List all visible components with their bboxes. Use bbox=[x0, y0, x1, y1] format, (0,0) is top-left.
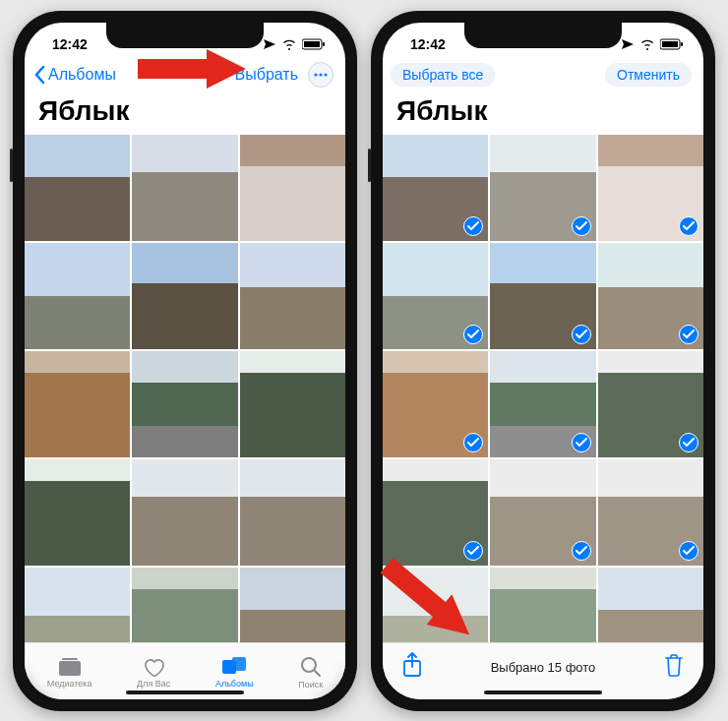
library-icon bbox=[58, 657, 82, 677]
selection-check-icon bbox=[679, 325, 698, 344]
airplane-icon bbox=[621, 38, 635, 50]
selection-status: Выбрано 15 фото bbox=[491, 660, 596, 675]
photo-thumbnail[interactable] bbox=[490, 459, 595, 566]
home-indicator[interactable] bbox=[126, 691, 244, 694]
photo-grid[interactable] bbox=[25, 135, 345, 642]
cancel-button[interactable]: Отменить bbox=[605, 63, 692, 87]
photo-thumbnail[interactable] bbox=[25, 459, 130, 566]
wifi-icon bbox=[639, 38, 655, 50]
nav-bar: Выбрать все Отменить bbox=[383, 58, 703, 93]
photo-thumbnail[interactable] bbox=[240, 243, 345, 349]
photo-thumbnail[interactable] bbox=[598, 351, 703, 457]
photo-thumbnail[interactable] bbox=[240, 459, 345, 566]
tab-library[interactable]: Медиатека bbox=[47, 657, 92, 689]
search-icon bbox=[300, 656, 322, 678]
selection-check-icon bbox=[679, 216, 698, 236]
share-icon bbox=[402, 652, 422, 678]
photo-thumbnail[interactable] bbox=[132, 243, 237, 349]
photo-thumbnail[interactable] bbox=[132, 135, 237, 241]
tab-search[interactable]: Поиск bbox=[298, 656, 323, 690]
photo-thumbnail[interactable] bbox=[598, 568, 703, 642]
selection-check-icon bbox=[463, 541, 483, 561]
selection-check-icon bbox=[572, 433, 591, 452]
trash-icon bbox=[664, 653, 684, 677]
photo-thumbnail[interactable] bbox=[240, 351, 345, 457]
foryou-icon bbox=[143, 657, 164, 677]
notch bbox=[106, 23, 264, 48]
svg-line-13 bbox=[315, 671, 320, 676]
selection-check-icon bbox=[463, 433, 483, 452]
albums-icon bbox=[222, 657, 246, 677]
svg-rect-4 bbox=[323, 42, 325, 46]
delete-button[interactable] bbox=[664, 653, 684, 681]
tab-label: Для Вас bbox=[137, 679, 170, 689]
photo-thumbnail[interactable] bbox=[383, 243, 488, 349]
photo-thumbnail[interactable] bbox=[490, 135, 595, 241]
select-button[interactable]: Выбрать bbox=[235, 66, 298, 84]
selection-check-icon bbox=[463, 325, 483, 344]
selection-check-icon bbox=[572, 216, 591, 236]
selection-check-icon bbox=[572, 325, 591, 344]
photo-thumbnail[interactable] bbox=[490, 243, 595, 349]
photo-thumbnail[interactable] bbox=[240, 135, 345, 241]
svg-rect-15 bbox=[662, 41, 678, 47]
phone-frame-left: 12:42 Альбомы Выбрать Яблык bbox=[13, 11, 357, 711]
photo-thumbnail[interactable] bbox=[25, 568, 130, 642]
tab-label: Поиск bbox=[298, 680, 323, 690]
more-button[interactable] bbox=[308, 62, 334, 88]
photo-thumbnail[interactable] bbox=[240, 568, 345, 642]
notch bbox=[464, 23, 622, 48]
photo-thumbnail[interactable] bbox=[490, 351, 595, 457]
select-all-button[interactable]: Выбрать все bbox=[391, 63, 495, 87]
back-button[interactable]: Альбомы bbox=[32, 65, 116, 85]
photo-thumbnail[interactable] bbox=[25, 351, 130, 457]
photo-thumbnail[interactable] bbox=[598, 135, 703, 241]
battery-icon bbox=[302, 38, 326, 50]
svg-rect-3 bbox=[304, 41, 320, 47]
selection-check-icon bbox=[679, 433, 698, 452]
tab-foryou[interactable]: Для Вас bbox=[137, 657, 170, 689]
svg-rect-11 bbox=[232, 657, 246, 671]
photo-thumbnail[interactable] bbox=[132, 351, 237, 457]
status-time: 12:42 bbox=[410, 36, 446, 52]
svg-rect-8 bbox=[59, 661, 81, 676]
nav-bar: Альбомы Выбрать bbox=[25, 58, 345, 93]
album-title: Яблык bbox=[25, 93, 345, 135]
phone-frame-right: 12:42 Выбрать все Отменить Яблык Выбрано… bbox=[371, 11, 715, 711]
selection-check-icon bbox=[572, 541, 591, 561]
photo-thumbnail[interactable] bbox=[383, 135, 488, 241]
chevron-left-icon bbox=[32, 65, 46, 85]
photo-thumbnail[interactable] bbox=[383, 351, 488, 457]
ellipsis-icon bbox=[314, 73, 328, 77]
photo-thumbnail[interactable] bbox=[598, 243, 703, 349]
photo-thumbnail[interactable] bbox=[383, 568, 488, 642]
photo-thumbnail[interactable] bbox=[132, 568, 237, 642]
airplane-icon bbox=[263, 38, 276, 50]
svg-rect-9 bbox=[62, 658, 78, 660]
svg-point-12 bbox=[302, 658, 316, 672]
photo-thumbnail[interactable] bbox=[383, 459, 488, 566]
tab-label: Медиатека bbox=[47, 679, 92, 689]
wifi-icon bbox=[281, 38, 297, 50]
photo-thumbnail[interactable] bbox=[25, 135, 130, 241]
svg-point-5 bbox=[314, 73, 317, 76]
album-title: Яблык bbox=[383, 93, 703, 135]
share-button[interactable] bbox=[402, 652, 422, 682]
tab-albums[interactable]: Альбомы bbox=[215, 657, 254, 689]
tab-label: Альбомы bbox=[215, 679, 254, 689]
home-indicator[interactable] bbox=[484, 691, 602, 694]
status-time: 12:42 bbox=[52, 36, 88, 52]
svg-rect-16 bbox=[681, 42, 683, 46]
photo-grid[interactable] bbox=[383, 135, 703, 642]
photo-thumbnail[interactable] bbox=[598, 459, 703, 566]
photo-thumbnail[interactable] bbox=[132, 459, 237, 566]
photo-thumbnail[interactable] bbox=[490, 568, 595, 642]
svg-point-7 bbox=[324, 73, 327, 76]
selection-check-icon bbox=[679, 541, 698, 561]
selection-check-icon bbox=[463, 216, 483, 236]
back-label: Альбомы bbox=[48, 66, 116, 84]
svg-point-6 bbox=[319, 73, 322, 76]
photo-thumbnail[interactable] bbox=[25, 243, 130, 349]
battery-icon bbox=[660, 38, 684, 50]
